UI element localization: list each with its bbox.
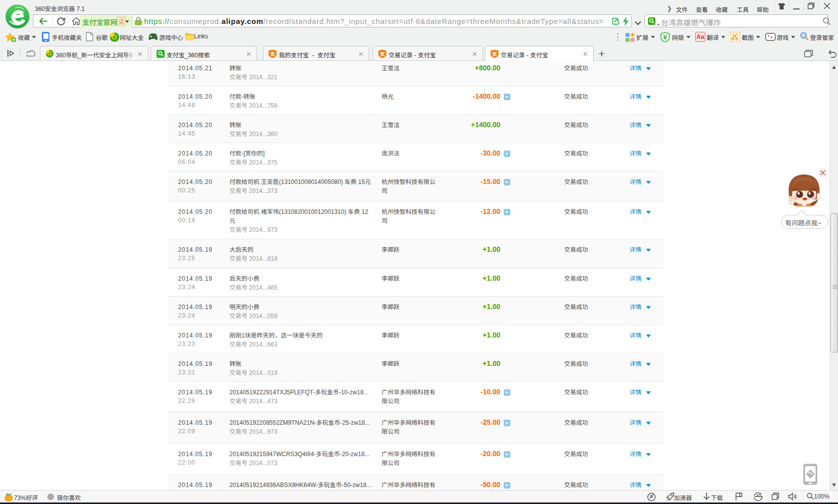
- svg-text:支: 支: [380, 51, 386, 57]
- svg-text:支: 支: [492, 51, 498, 57]
- svg-text:支: 支: [270, 51, 276, 57]
